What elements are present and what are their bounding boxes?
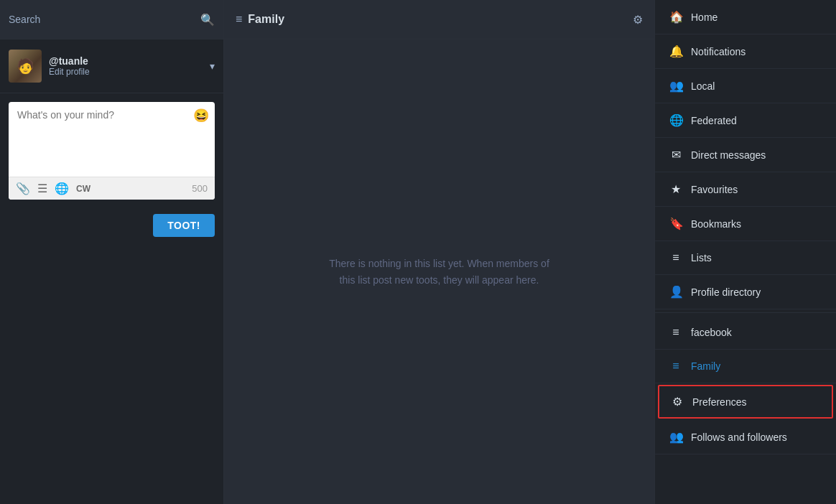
main-title-wrap: ≡ Family: [236, 13, 284, 26]
main-content: ≡ Family ⚙ There is nothing in this list…: [224, 0, 655, 504]
sidebar-item-label-family: Family: [691, 360, 720, 372]
main-header: ≡ Family ⚙: [224, 0, 654, 39]
empty-state-text: There is nothing in this list yet. When …: [325, 256, 554, 288]
list-icon: ≡: [236, 13, 242, 26]
sidebar-item-notifications[interactable]: 🔔Notifications: [655, 34, 836, 69]
profile-section: 🧑 @tuanle Edit profile ▾: [0, 39, 223, 93]
profile-edit-link[interactable]: Edit profile: [49, 67, 203, 77]
preferences-icon: ⚙: [671, 395, 684, 409]
avatar: 🧑: [9, 50, 42, 83]
avatar-image: 🧑: [9, 50, 42, 83]
sidebar-item-family[interactable]: ≡Family: [655, 350, 836, 383]
sidebar-item-label-facebook: facebook: [691, 327, 732, 338]
sidebar-item-label-direct-messages: Direct messages: [691, 149, 766, 161]
compose-textarea-wrap: 😆: [9, 102, 215, 177]
sidebar-item-federated[interactable]: 🌐Federated: [655, 103, 836, 138]
sidebar-item-label-follows-and-followers: Follows and followers: [691, 431, 787, 443]
sidebar-item-follows-and-followers[interactable]: 👥Follows and followers: [655, 420, 836, 454]
nav-divider: [655, 312, 836, 313]
favourites-icon: ★: [669, 182, 682, 196]
search-input[interactable]: [9, 14, 200, 25]
sidebar-item-facebook[interactable]: ≡facebook: [655, 316, 836, 350]
facebook-icon: ≡: [669, 326, 682, 339]
profile-username: @tuanle: [49, 55, 203, 67]
sidebar-item-home[interactable]: 🏠Home: [655, 0, 836, 34]
main-empty-state: There is nothing in this list yet. When …: [224, 39, 654, 504]
sidebar-item-profile-directory[interactable]: 👤Profile directory: [655, 275, 836, 309]
emoji-picker-icon[interactable]: 😆: [193, 108, 209, 123]
toot-button[interactable]: TOOT!: [153, 214, 215, 237]
sidebar-item-bookmarks[interactable]: 🔖Bookmarks: [655, 207, 836, 241]
local-icon: 👥: [669, 79, 682, 93]
content-warning-button[interactable]: CW: [76, 184, 90, 194]
sidebar-item-label-notifications: Notifications: [691, 46, 746, 57]
attachment-icon[interactable]: 📎: [16, 182, 30, 195]
notifications-icon: 🔔: [669, 45, 682, 58]
sidebar-item-label-home: Home: [691, 11, 717, 23]
right-sidebar: 🏠Home🔔Notifications👥Local🌐Federated✉Dire…: [655, 0, 836, 504]
sidebar-item-direct-messages[interactable]: ✉Direct messages: [655, 138, 836, 172]
lists-icon: ≡: [669, 251, 682, 264]
main-title: Family: [248, 13, 284, 26]
profile-info: @tuanle Edit profile: [49, 55, 203, 77]
compose-toolbar: 📎 ☰ 🌐 CW 500: [9, 177, 215, 200]
sidebar-item-label-lists: Lists: [691, 252, 712, 263]
home-icon: 🏠: [669, 10, 682, 24]
chevron-down-icon[interactable]: ▾: [210, 60, 215, 72]
search-bar: 🔍: [0, 0, 223, 39]
settings-icon[interactable]: ⚙: [633, 13, 643, 27]
sidebar-item-label-favourites: Favourites: [691, 184, 738, 195]
sidebar-item-label-preferences: Preferences: [692, 396, 746, 408]
sidebar-item-label-federated: Federated: [691, 115, 737, 126]
sidebar-item-local[interactable]: 👥Local: [655, 69, 836, 103]
sidebar-item-favourites[interactable]: ★Favourites: [655, 172, 836, 207]
sidebar-item-preferences[interactable]: ⚙Preferences: [658, 385, 833, 419]
family-icon: ≡: [669, 360, 682, 373]
direct-messages-icon: ✉: [669, 148, 682, 162]
left-sidebar: 🔍 🧑 @tuanle Edit profile ▾ 😆 📎 ☰ 🌐 CW 50…: [0, 0, 224, 504]
search-icon: 🔍: [200, 13, 215, 27]
globe-icon[interactable]: 🌐: [55, 182, 69, 195]
list-icon[interactable]: ☰: [37, 182, 47, 195]
sidebar-item-label-profile-directory: Profile directory: [691, 286, 761, 298]
bookmarks-icon: 🔖: [669, 217, 682, 230]
sidebar-item-label-local: Local: [691, 80, 715, 92]
sidebar-item-label-bookmarks: Bookmarks: [691, 218, 741, 230]
follows-and-followers-icon: 👥: [669, 430, 682, 444]
char-count: 500: [192, 183, 208, 194]
profile-directory-icon: 👤: [669, 285, 682, 299]
sidebar-item-lists[interactable]: ≡Lists: [655, 241, 836, 275]
federated-icon: 🌐: [669, 113, 682, 127]
compose-textarea[interactable]: [17, 109, 206, 167]
toot-button-wrap: TOOT!: [0, 208, 223, 243]
compose-box: 😆 📎 ☰ 🌐 CW 500: [9, 102, 215, 200]
